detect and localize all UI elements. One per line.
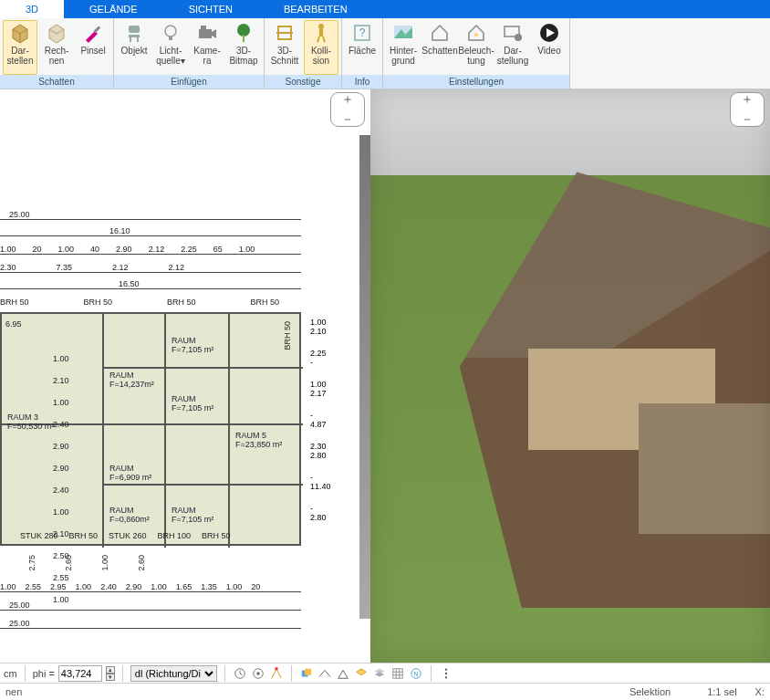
svg-point-46 xyxy=(445,676,447,678)
svg-marker-39 xyxy=(357,668,367,674)
svg-point-8 xyxy=(165,26,176,37)
btn-label: Dar- stellung xyxy=(496,46,529,66)
dim: 2.90 xyxy=(53,464,69,473)
btn-beleuchtung[interactable]: Beleuch- tung xyxy=(459,20,494,75)
btn-pinsel[interactable]: Pinsel xyxy=(76,20,110,75)
status-x: X: xyxy=(755,686,765,697)
tab-bearbeiten[interactable]: BEARBEITEN xyxy=(258,0,373,18)
phi-input[interactable] xyxy=(58,665,102,682)
btn-flaeche[interactable]: ? Fläche xyxy=(345,20,380,75)
zoom-widget[interactable]: ＋－ xyxy=(330,92,365,127)
dim: 2.12 xyxy=(169,263,185,272)
dim: 1.00 xyxy=(0,245,16,254)
target-icon[interactable] xyxy=(251,666,265,681)
group-title: Schatten xyxy=(0,75,113,89)
tab-gelaende[interactable]: GELÄNDE xyxy=(64,0,163,18)
btn-label: Video xyxy=(537,46,560,56)
menu-dots-icon[interactable] xyxy=(439,666,453,681)
btn-kamera[interactable]: Kame- ra xyxy=(190,20,224,75)
btn-label: 3D- Schnitt xyxy=(268,46,301,66)
status-bar: nen Selektion 1:1 sel X: xyxy=(0,683,770,700)
cube-shaded-icon xyxy=(9,22,31,44)
svg-rect-12 xyxy=(201,26,206,29)
dim-pair: 1.002.17 xyxy=(310,380,331,398)
layers-multi-icon[interactable] xyxy=(372,666,387,681)
svg-rect-18 xyxy=(319,29,323,37)
svg-rect-10 xyxy=(199,29,212,38)
landscape-icon xyxy=(392,22,414,44)
vertex-icon[interactable] xyxy=(269,666,284,681)
tree-icon xyxy=(233,22,255,44)
dim: 2.40 xyxy=(100,582,117,591)
monitor-gear-icon xyxy=(502,22,524,44)
dim: BRH 50 xyxy=(84,298,113,307)
layers-icon[interactable] xyxy=(354,666,369,681)
group-einstellungen: Hinter- grund Schatten Beleuch- tung Dar… xyxy=(383,18,570,89)
btn-rechnen[interactable]: Rech- nen xyxy=(39,20,74,75)
btn-video[interactable]: Video xyxy=(532,20,567,75)
svg-point-17 xyxy=(318,24,324,29)
svg-rect-4 xyxy=(129,26,140,33)
dim: STUK 260 xyxy=(109,531,147,540)
btn-darstellung-einst[interactable]: Dar- stellung xyxy=(495,20,530,75)
dim: 2.55 xyxy=(26,582,42,591)
roof-edge-icon[interactable] xyxy=(317,666,332,681)
btn-3d-schnitt[interactable]: 3D- Schnitt xyxy=(267,20,302,75)
dim: 1.00 xyxy=(100,555,109,571)
dim-pair: 1.002.10 xyxy=(310,318,331,336)
zoom-widget-3d[interactable]: ＋－ xyxy=(730,92,765,127)
btn-schatten-einst[interactable]: Schatten xyxy=(422,20,457,75)
work-area: ＋－ 25.00 16.10 1.00201.00402.902.122.256… xyxy=(0,89,770,663)
svg-marker-38 xyxy=(338,670,349,678)
main-tab-strip: 3D GELÄNDE SICHTEN BEARBEITEN xyxy=(0,0,770,18)
clock-icon[interactable] xyxy=(233,666,247,681)
svg-text:N: N xyxy=(413,670,418,676)
dim: 2.12 xyxy=(149,245,165,254)
dim: 2.55 xyxy=(53,573,69,582)
dim: 25.00 xyxy=(9,619,30,628)
btn-lichtquelle[interactable]: Licht- quelle▾ xyxy=(153,20,188,75)
dim-pair: 2.302.80 xyxy=(310,442,331,460)
svg-marker-25 xyxy=(432,26,447,40)
svg-rect-9 xyxy=(169,37,172,40)
status-selektion: Selektion xyxy=(630,686,671,697)
north-icon[interactable]: N xyxy=(409,666,423,681)
grid-icon[interactable] xyxy=(390,666,405,681)
house-shadow-icon xyxy=(429,22,451,44)
dim: 2.40 xyxy=(53,486,69,495)
tab-sichten[interactable]: SICHTEN xyxy=(163,0,258,18)
btn-kollision[interactable]: Kolli- sion xyxy=(304,20,338,75)
svg-rect-37 xyxy=(305,668,311,674)
svg-point-35 xyxy=(275,667,278,671)
svg-marker-41 xyxy=(375,672,385,676)
skew-icon[interactable] xyxy=(336,666,350,681)
btn-objekt[interactable]: Objekt xyxy=(117,20,151,75)
camera-icon xyxy=(196,22,218,44)
dim: 1.00 xyxy=(0,582,16,591)
btn-3d-bitmap[interactable]: 3D- Bitmap xyxy=(226,20,261,75)
plan-3d-viewport[interactable]: ＋－ xyxy=(370,89,770,663)
copy-stack-icon[interactable] xyxy=(299,666,314,681)
dim: BRH 50 xyxy=(202,531,231,540)
btn-darstellen[interactable]: Dar- stellen xyxy=(3,20,37,75)
btn-label: Hinter- grund xyxy=(387,46,420,66)
group-info: ? Fläche Info xyxy=(342,18,383,89)
plan-2d-viewport[interactable]: ＋－ 25.00 16.10 1.00201.00402.902.122.256… xyxy=(0,89,370,663)
dl-select[interactable]: dl (Richtung/Di xyxy=(130,665,217,682)
dim-pair: -4.87 xyxy=(310,411,331,429)
svg-point-27 xyxy=(474,33,478,37)
btn-label: Pinsel xyxy=(80,46,105,56)
btn-hintergrund[interactable]: Hinter- grund xyxy=(386,20,421,75)
dim-pair: 2.25- xyxy=(310,349,331,367)
dim: 2.95 xyxy=(50,582,67,591)
svg-rect-14 xyxy=(243,35,245,42)
plan-building: RAUM 3F=50,530 m² RAUMF=14,237m² RAUMF=7… xyxy=(0,312,301,546)
phi-spinner[interactable]: ▲▼ xyxy=(106,666,115,681)
btn-label: 3D- Bitmap xyxy=(227,46,260,66)
dim: 2.25 xyxy=(181,245,197,254)
tab-3d[interactable]: 3D xyxy=(0,0,64,18)
dim: 2.90 xyxy=(53,442,69,451)
group-title: Einfügen xyxy=(114,75,264,89)
svg-text:?: ? xyxy=(359,26,366,39)
btn-label: Beleuch- tung xyxy=(458,46,494,66)
